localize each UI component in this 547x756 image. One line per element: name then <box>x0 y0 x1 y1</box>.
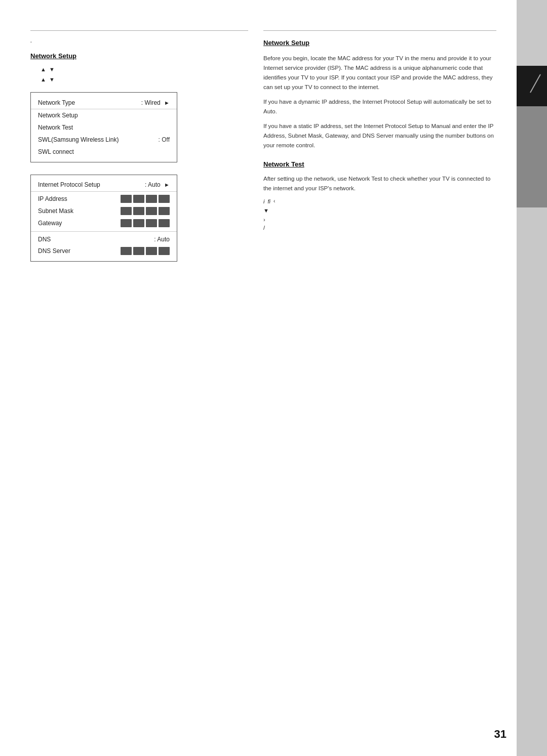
right-body-para-3: If you have a static IP address, set the… <box>263 121 496 150</box>
sidebar-strip-medium <box>517 106 547 207</box>
ip-block-4 <box>159 195 170 203</box>
ip-setup-header: Internet Protocol Setup : Auto ► <box>31 179 177 192</box>
note-arrow-left: ‹ <box>274 198 275 204</box>
subnet-mask-row: Subnet Mask <box>31 205 177 217</box>
page-number: 31 <box>494 728 506 741</box>
menu-item-network-type: Network Type : Wired ► <box>31 97 177 109</box>
sidebar-strip-light-bottom <box>517 207 547 756</box>
dns-block-3 <box>146 247 157 255</box>
ip-block-1 <box>121 195 132 203</box>
gateway-row: Gateway <box>31 217 177 229</box>
subnet-block-2 <box>133 207 144 215</box>
ip-setup-box: Internet Protocol Setup : Auto ► IP Addr… <box>30 175 177 262</box>
down-arrow-note-icon: ▼ <box>263 207 269 214</box>
menu-item-network-setup-label: Network Setup <box>38 112 78 119</box>
dns-block-2 <box>133 247 144 255</box>
menu-item-network-test-label: Network Test <box>38 124 73 131</box>
menu-item-swl-value: : Off <box>159 136 170 143</box>
right-subsection-body: After setting up the network, use Networ… <box>263 174 496 193</box>
ip-address-label: IP Address <box>38 195 67 202</box>
dns-row: DNS : Auto <box>31 234 177 245</box>
right-top-rule <box>263 30 496 31</box>
gateway-blocks <box>121 219 170 227</box>
subnet-mask-label: Subnet Mask <box>38 207 73 215</box>
ip-setup-label: Internet Protocol Setup <box>38 181 100 188</box>
sidebar-strip-light-top <box>517 0 547 66</box>
subnet-mask-blocks <box>121 207 170 215</box>
right-column: Network Setup Before you begin, locate t… <box>263 30 496 736</box>
sidebar <box>517 0 547 756</box>
arrow-row-1 <box>41 66 248 73</box>
dns-label: DNS <box>38 236 51 243</box>
svg-line-0 <box>530 74 540 93</box>
dns-value: : Auto <box>154 236 170 243</box>
gateway-block-1 <box>121 219 132 227</box>
ip-setup-value: : Auto ► <box>145 181 170 188</box>
gateway-label: Gateway <box>38 220 62 227</box>
main-content: ‘ Network Setup Network Type : Wired <box>0 0 517 756</box>
arrow-row-2 <box>41 76 248 83</box>
note-icon-fi: fi <box>267 198 270 204</box>
chevron-right-icon: › <box>263 217 265 223</box>
menu-arrow-icon: ► <box>164 100 170 106</box>
gateway-block-2 <box>133 219 144 227</box>
extra-note: › <box>263 217 496 223</box>
dns-block-4 <box>159 247 170 255</box>
slash-icon: / <box>263 225 265 231</box>
dns-section: DNS : Auto DNS Server <box>31 231 177 257</box>
right-body-para-2: If you have a dynamic IP address, the In… <box>263 97 496 116</box>
network-menu-box: Network Type : Wired ► Network Setup Net… <box>30 92 177 162</box>
left-section-title: Network Setup <box>30 52 248 60</box>
ip-block-2 <box>133 195 144 203</box>
menu-item-swl-connect: SWL connect <box>31 146 177 158</box>
menu-item-swl-label: SWL(Samsung Wireless Link) <box>38 136 119 143</box>
diagonal-icon <box>528 73 543 94</box>
dns-server-row: DNS Server <box>31 245 177 257</box>
right-subsection: Network Test After setting up the networ… <box>263 160 496 231</box>
down-arrow-icon-1 <box>49 66 55 73</box>
gateway-block-3 <box>146 219 157 227</box>
ip-address-row: IP Address <box>31 193 177 205</box>
menu-item-network-type-label: Network Type <box>38 99 75 106</box>
subnet-block-4 <box>159 207 170 215</box>
up-arrow-icon-1 <box>41 66 46 73</box>
arrow-down-note: ▼ <box>263 207 496 214</box>
menu-item-swl: SWL(Samsung Wireless Link) : Off <box>31 134 177 146</box>
left-intro-text: ‘ <box>30 39 248 48</box>
page-container: ‘ Network Setup Network Type : Wired <box>0 0 547 756</box>
right-subsection-title: Network Test <box>263 160 496 168</box>
dns-server-blocks <box>121 247 170 255</box>
subnet-block-3 <box>146 207 157 215</box>
dns-block-1 <box>121 247 132 255</box>
up-arrow-icon-2 <box>41 76 46 83</box>
down-arrow-icon-2 <box>49 76 55 83</box>
slash-note: / <box>263 225 496 231</box>
note-icon-i: i <box>263 198 264 204</box>
right-body-para-1: Before you begin, locate the MAC address… <box>263 54 496 92</box>
gateway-block-4 <box>159 219 170 227</box>
subnet-block-1 <box>121 207 132 215</box>
right-section-title: Network Setup <box>263 39 496 47</box>
left-top-rule <box>30 30 248 31</box>
menu-item-swl-connect-label: SWL connect <box>38 148 74 155</box>
ip-block-3 <box>146 195 157 203</box>
left-column: ‘ Network Setup Network Type : Wired <box>30 30 248 736</box>
menu-item-network-setup: Network Setup <box>31 109 177 121</box>
menu-item-network-test: Network Test <box>31 121 177 134</box>
note-row: i fi ‹ <box>263 198 496 204</box>
menu-item-network-type-value: : Wired ► <box>141 99 170 106</box>
ip-arrow-icon: ► <box>164 182 170 188</box>
dns-server-label: DNS Server <box>38 247 70 255</box>
ip-address-blocks <box>121 195 170 203</box>
